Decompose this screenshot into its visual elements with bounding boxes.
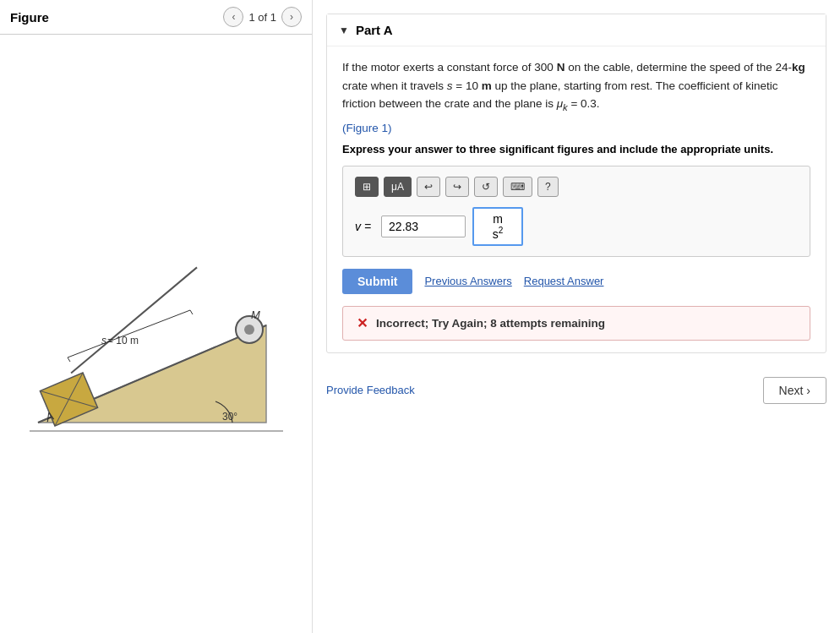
action-row: Submit Previous Answers Request Answer xyxy=(342,269,810,294)
svg-line-11 xyxy=(68,310,190,357)
svg-text:M: M xyxy=(251,308,260,321)
provide-feedback-link[interactable]: Provide Feedback xyxy=(326,384,415,396)
units-display: m s2 xyxy=(472,207,523,246)
part-title: Part A xyxy=(356,23,393,37)
previous-answers-link[interactable]: Previous Answers xyxy=(424,275,511,287)
svg-text:30°: 30° xyxy=(222,411,237,423)
units-denominator: s xyxy=(493,227,499,241)
part-section: ▼ Part A If the motor exerts a constant … xyxy=(326,14,826,353)
question-text: If the motor exerts a constant force of … xyxy=(342,58,810,115)
error-text: Incorrect; Try Again; 8 attempts remaini… xyxy=(376,317,605,330)
answer-box: ⊞ μA ↩ ↪ ↺ ⌨ ? v = m s2 xyxy=(342,166,810,257)
figure-ref: (Figure 1) xyxy=(342,122,810,134)
figure-header: Figure ‹ 1 of 1 › xyxy=(0,0,312,35)
submit-button[interactable]: Submit xyxy=(342,269,412,294)
svg-text:s: s xyxy=(101,335,106,347)
muA-button[interactable]: μA xyxy=(384,177,412,197)
next-arrow-icon: › xyxy=(806,384,810,397)
next-button[interactable]: Next › xyxy=(763,377,826,404)
next-label: Next xyxy=(779,384,804,397)
part-header: ▼ Part A xyxy=(327,14,826,46)
error-box: ✕ Incorrect; Try Again; 8 attempts remai… xyxy=(342,306,810,341)
variable-label: v = xyxy=(355,220,371,233)
nav-count: 1 of 1 xyxy=(248,11,276,24)
error-icon: ✕ xyxy=(357,315,368,331)
svg-line-12 xyxy=(68,357,70,362)
undo-button[interactable]: ↩ xyxy=(417,177,440,197)
help-button[interactable]: ? xyxy=(537,177,559,197)
figure-nav: ‹ 1 of 1 › xyxy=(223,7,302,27)
svg-text:= 10 m: = 10 m xyxy=(107,335,139,347)
units-power: 2 xyxy=(499,226,504,235)
left-panel: Figure ‹ 1 of 1 › A xyxy=(0,0,313,633)
matrix-button[interactable]: ⊞ xyxy=(355,177,379,197)
figure-diagram: A M s = 10 m 30° xyxy=(21,216,292,452)
toolbar: ⊞ μA ↩ ↪ ↺ ⌨ ? xyxy=(355,177,798,197)
keyboard-button[interactable]: ⌨ xyxy=(503,177,532,197)
figure-title: Figure xyxy=(10,10,49,25)
input-row: v = m s2 xyxy=(355,207,798,246)
nav-next-button[interactable]: › xyxy=(281,7,302,27)
svg-line-13 xyxy=(190,310,193,314)
figure-area: A M s = 10 m 30° xyxy=(0,35,312,633)
svg-point-9 xyxy=(244,325,254,335)
reset-button[interactable]: ↺ xyxy=(474,177,498,197)
express-instructions: Express your answer to three significant… xyxy=(342,143,810,156)
redo-button[interactable]: ↪ xyxy=(445,177,469,197)
bottom-bar: Provide Feedback Next › xyxy=(313,365,840,416)
collapse-arrow[interactable]: ▼ xyxy=(339,25,349,36)
answer-input[interactable] xyxy=(381,216,466,237)
units-numerator: m xyxy=(493,212,503,226)
request-answer-link[interactable]: Request Answer xyxy=(524,275,604,287)
nav-prev-button[interactable]: ‹ xyxy=(223,7,243,27)
part-body: If the motor exerts a constant force of … xyxy=(327,46,826,352)
right-panel: ▼ Part A If the motor exerts a constant … xyxy=(313,0,840,633)
